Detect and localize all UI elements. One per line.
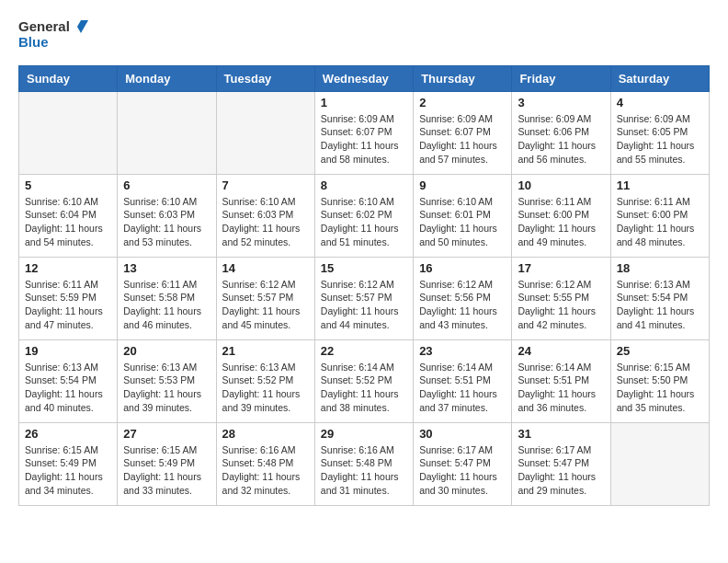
day-info: Sunrise: 6:12 AM Sunset: 5:57 PM Dayligh… — [222, 278, 309, 332]
week-row-3: 12Sunrise: 6:11 AM Sunset: 5:59 PM Dayli… — [19, 257, 710, 339]
calendar-cell: 1Sunrise: 6:09 AM Sunset: 6:07 PM Daylig… — [314, 91, 413, 174]
day-info: Sunrise: 6:17 AM Sunset: 5:47 PM Dayligh… — [518, 443, 604, 498]
calendar-cell: 4Sunrise: 6:09 AM Sunset: 6:05 PM Daylig… — [610, 91, 709, 174]
calendar-cell: 11Sunrise: 6:11 AM Sunset: 6:00 PM Dayli… — [610, 174, 709, 257]
day-number: 1 — [321, 96, 407, 109]
weekday-header-wednesday: Wednesday — [314, 65, 413, 91]
day-info: Sunrise: 6:13 AM Sunset: 5:52 PM Dayligh… — [222, 361, 309, 415]
calendar-cell: 22Sunrise: 6:14 AM Sunset: 5:52 PM Dayli… — [314, 339, 413, 422]
day-number: 26 — [25, 427, 111, 441]
logo-mark: General Blue — [18, 18, 88, 51]
calendar-cell: 5Sunrise: 6:10 AM Sunset: 6:04 PM Daylig… — [19, 174, 118, 257]
day-info: Sunrise: 6:16 AM Sunset: 5:48 PM Dayligh… — [222, 443, 309, 498]
weekday-header-row: SundayMondayTuesdayWednesdayThursdayFrid… — [19, 65, 710, 91]
day-info: Sunrise: 6:10 AM Sunset: 6:02 PM Dayligh… — [321, 195, 407, 249]
calendar-cell: 20Sunrise: 6:13 AM Sunset: 5:53 PM Dayli… — [118, 339, 216, 422]
weekday-header-saturday: Saturday — [610, 65, 709, 91]
calendar-cell: 23Sunrise: 6:14 AM Sunset: 5:51 PM Dayli… — [414, 339, 512, 422]
calendar-cell — [19, 91, 118, 174]
day-info: Sunrise: 6:11 AM Sunset: 6:00 PM Dayligh… — [617, 195, 703, 249]
calendar-cell: 17Sunrise: 6:12 AM Sunset: 5:55 PM Dayli… — [512, 257, 610, 339]
day-number: 22 — [321, 344, 407, 358]
day-number: 9 — [419, 178, 506, 192]
day-number: 31 — [518, 427, 604, 441]
day-info: Sunrise: 6:11 AM Sunset: 5:58 PM Dayligh… — [123, 278, 210, 332]
logo-blue-text: Blue — [18, 35, 88, 51]
calendar-cell: 19Sunrise: 6:13 AM Sunset: 5:54 PM Dayli… — [19, 339, 118, 422]
calendar-body: 1Sunrise: 6:09 AM Sunset: 6:07 PM Daylig… — [19, 91, 710, 505]
weekday-header-sunday: Sunday — [19, 65, 118, 91]
day-number: 24 — [518, 344, 604, 358]
day-info: Sunrise: 6:17 AM Sunset: 5:47 PM Dayligh… — [419, 443, 506, 498]
weekday-header-monday: Monday — [118, 65, 216, 91]
day-number: 25 — [617, 344, 703, 358]
day-number: 13 — [123, 261, 210, 275]
day-info: Sunrise: 6:15 AM Sunset: 5:50 PM Dayligh… — [617, 361, 703, 415]
page-header: General Blue — [18, 18, 710, 51]
calendar-cell — [610, 422, 709, 505]
week-row-1: 1Sunrise: 6:09 AM Sunset: 6:07 PM Daylig… — [19, 91, 710, 174]
day-info: Sunrise: 6:09 AM Sunset: 6:07 PM Dayligh… — [321, 112, 407, 167]
calendar-cell: 6Sunrise: 6:10 AM Sunset: 6:03 PM Daylig… — [118, 174, 216, 257]
calendar-cell: 24Sunrise: 6:14 AM Sunset: 5:51 PM Dayli… — [512, 339, 610, 422]
calendar-cell: 28Sunrise: 6:16 AM Sunset: 5:48 PM Dayli… — [216, 422, 314, 505]
day-number: 27 — [123, 427, 210, 441]
day-number: 18 — [617, 261, 703, 275]
week-row-4: 19Sunrise: 6:13 AM Sunset: 5:54 PM Dayli… — [19, 339, 710, 422]
logo-general-text: General — [18, 19, 70, 35]
day-info: Sunrise: 6:10 AM Sunset: 6:01 PM Dayligh… — [419, 195, 506, 249]
week-row-5: 26Sunrise: 6:15 AM Sunset: 5:49 PM Dayli… — [19, 422, 710, 505]
calendar-cell: 15Sunrise: 6:12 AM Sunset: 5:57 PM Dayli… — [314, 257, 413, 339]
day-info: Sunrise: 6:10 AM Sunset: 6:03 PM Dayligh… — [222, 195, 309, 249]
day-info: Sunrise: 6:09 AM Sunset: 6:05 PM Dayligh… — [617, 112, 703, 167]
calendar-cell: 25Sunrise: 6:15 AM Sunset: 5:50 PM Dayli… — [610, 339, 709, 422]
calendar-cell: 14Sunrise: 6:12 AM Sunset: 5:57 PM Dayli… — [216, 257, 314, 339]
calendar-cell: 3Sunrise: 6:09 AM Sunset: 6:06 PM Daylig… — [512, 91, 610, 174]
calendar-cell — [118, 91, 216, 174]
day-info: Sunrise: 6:11 AM Sunset: 5:59 PM Dayligh… — [25, 278, 111, 332]
calendar-cell: 8Sunrise: 6:10 AM Sunset: 6:02 PM Daylig… — [314, 174, 413, 257]
logo-chevron-icon — [72, 18, 88, 35]
day-number: 4 — [617, 96, 703, 109]
day-info: Sunrise: 6:13 AM Sunset: 5:54 PM Dayligh… — [617, 278, 703, 332]
day-info: Sunrise: 6:09 AM Sunset: 6:07 PM Dayligh… — [419, 112, 506, 167]
day-number: 7 — [222, 178, 309, 192]
day-info: Sunrise: 6:15 AM Sunset: 5:49 PM Dayligh… — [123, 443, 210, 498]
svg-marker-0 — [77, 20, 88, 33]
day-number: 15 — [321, 261, 407, 275]
weekday-header-thursday: Thursday — [414, 65, 512, 91]
day-info: Sunrise: 6:16 AM Sunset: 5:48 PM Dayligh… — [321, 443, 407, 498]
weekday-header-friday: Friday — [512, 65, 610, 91]
day-number: 19 — [25, 344, 111, 358]
day-info: Sunrise: 6:10 AM Sunset: 6:03 PM Dayligh… — [123, 195, 210, 249]
day-info: Sunrise: 6:14 AM Sunset: 5:51 PM Dayligh… — [518, 361, 604, 415]
calendar-table: SundayMondayTuesdayWednesdayThursdayFrid… — [18, 65, 710, 506]
calendar-header: SundayMondayTuesdayWednesdayThursdayFrid… — [19, 65, 710, 91]
calendar-cell: 10Sunrise: 6:11 AM Sunset: 6:00 PM Dayli… — [512, 174, 610, 257]
day-info: Sunrise: 6:12 AM Sunset: 5:56 PM Dayligh… — [419, 278, 506, 332]
day-number: 17 — [518, 261, 604, 275]
week-row-2: 5Sunrise: 6:10 AM Sunset: 6:04 PM Daylig… — [19, 174, 710, 257]
day-info: Sunrise: 6:12 AM Sunset: 5:57 PM Dayligh… — [321, 278, 407, 332]
day-number: 28 — [222, 427, 309, 441]
day-number: 11 — [617, 178, 703, 192]
calendar-cell: 7Sunrise: 6:10 AM Sunset: 6:03 PM Daylig… — [216, 174, 314, 257]
day-info: Sunrise: 6:13 AM Sunset: 5:53 PM Dayligh… — [123, 361, 210, 415]
calendar-cell: 16Sunrise: 6:12 AM Sunset: 5:56 PM Dayli… — [414, 257, 512, 339]
day-number: 5 — [25, 178, 111, 192]
weekday-header-tuesday: Tuesday — [216, 65, 314, 91]
day-number: 3 — [518, 96, 604, 109]
day-number: 10 — [518, 178, 604, 192]
day-number: 2 — [419, 96, 506, 109]
calendar-cell: 18Sunrise: 6:13 AM Sunset: 5:54 PM Dayli… — [610, 257, 709, 339]
calendar-cell: 2Sunrise: 6:09 AM Sunset: 6:07 PM Daylig… — [414, 91, 512, 174]
day-info: Sunrise: 6:14 AM Sunset: 5:52 PM Dayligh… — [321, 361, 407, 415]
day-info: Sunrise: 6:09 AM Sunset: 6:06 PM Dayligh… — [518, 112, 604, 167]
day-number: 6 — [123, 178, 210, 192]
day-number: 30 — [419, 427, 506, 441]
calendar-cell — [216, 91, 314, 174]
calendar-cell: 30Sunrise: 6:17 AM Sunset: 5:47 PM Dayli… — [414, 422, 512, 505]
day-number: 23 — [419, 344, 506, 358]
calendar-cell: 31Sunrise: 6:17 AM Sunset: 5:47 PM Dayli… — [512, 422, 610, 505]
calendar-cell: 9Sunrise: 6:10 AM Sunset: 6:01 PM Daylig… — [414, 174, 512, 257]
